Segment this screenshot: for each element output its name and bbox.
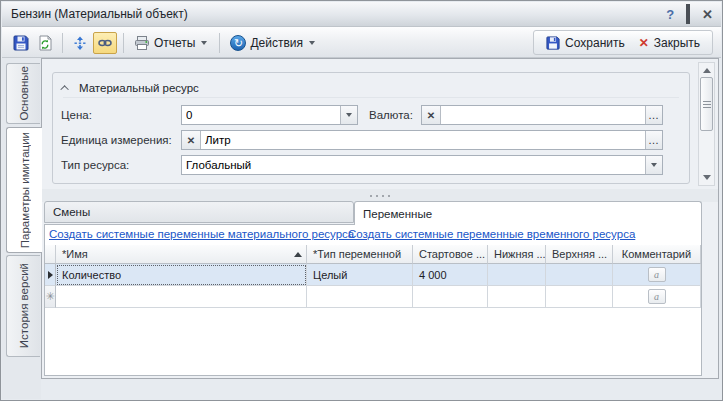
- tab-peremennye-label: Переменные: [363, 208, 432, 220]
- splitter-grip-icon: [370, 195, 390, 197]
- currency-input[interactable]: [441, 106, 645, 124]
- resource-type-label: Тип ресурса:: [61, 155, 129, 175]
- tab-osnovnye[interactable]: Основные: [6, 63, 40, 124]
- split-arrows-icon: [72, 35, 88, 51]
- unit-input[interactable]: [201, 131, 645, 149]
- column-header-type[interactable]: *Тип переменной: [307, 245, 413, 264]
- arrow-down-icon: [703, 175, 711, 180]
- comment-editor-button[interactable]: a: [648, 267, 666, 282]
- cell-comment: a: [613, 264, 701, 286]
- comment-editor-button[interactable]: a: [648, 289, 666, 304]
- toolbar-separator: [62, 33, 63, 53]
- chevron-down-icon: [309, 41, 315, 45]
- column-header-name[interactable]: *Имя: [56, 245, 307, 264]
- currency-field: ✕ …: [421, 105, 663, 125]
- resource-type-dropdown-button[interactable]: [645, 156, 662, 174]
- unit-ellipsis-button[interactable]: …: [645, 131, 662, 149]
- save-button[interactable]: Сохранить: [540, 32, 631, 53]
- save-tool-button[interactable]: [10, 32, 32, 54]
- maximize-icon: [686, 4, 690, 24]
- header-selector-cell: [45, 245, 56, 264]
- scrollbar-thumb[interactable]: [700, 77, 713, 131]
- cell-lower[interactable]: [488, 286, 546, 308]
- collapse-icon: [60, 85, 68, 93]
- cell-type[interactable]: Целый: [307, 264, 413, 286]
- close-button[interactable]: ✕ Закрыть: [633, 32, 706, 53]
- maximize-button[interactable]: [686, 2, 690, 27]
- tab-peremennye[interactable]: Переменные: [354, 201, 702, 225]
- cell-type[interactable]: [307, 286, 413, 308]
- reports-label: Отчеты: [154, 36, 195, 50]
- unit-clear-button[interactable]: ✕: [182, 131, 201, 149]
- row-selector-cell[interactable]: [45, 264, 56, 286]
- refresh-icon: [37, 35, 53, 51]
- cell-upper[interactable]: [546, 264, 613, 286]
- price-dropdown-button[interactable]: [340, 106, 357, 124]
- cell-start[interactable]: 4 000: [413, 264, 488, 286]
- create-material-vars-link[interactable]: Создать системные переменные материально…: [49, 228, 354, 240]
- column-header-comment[interactable]: Комментарий: [613, 245, 701, 264]
- form-scrollbar[interactable]: [698, 62, 715, 186]
- cell-upper[interactable]: [546, 286, 613, 308]
- link-mode-button[interactable]: [93, 32, 117, 54]
- tab-smeny[interactable]: Смены: [44, 201, 354, 223]
- material-resource-group: Материальный ресурс Цена: Валюта: ✕ … Ед…: [52, 72, 690, 184]
- toolbar-right-group: Сохранить ✕ Закрыть: [533, 30, 713, 55]
- variables-grid: *Имя *Тип переменной Стартовое ... Нижня…: [45, 245, 701, 308]
- links-row: Создать системные переменные материально…: [47, 228, 699, 244]
- currency-label: Валюта:: [369, 105, 413, 125]
- close-button-label: Закрыть: [654, 36, 700, 50]
- reports-button[interactable]: Отчеты: [130, 32, 213, 54]
- main-panel: Материальный ресурс Цена: Валюта: ✕ … Ед…: [41, 58, 719, 379]
- sort-ascending-icon: [294, 252, 302, 257]
- price-label: Цена:: [61, 105, 92, 125]
- table-row: Количество Целый 4 000 a: [45, 264, 701, 286]
- actions-icon: ↻: [230, 35, 246, 51]
- price-input[interactable]: [182, 106, 340, 124]
- thumb-grip-icon: [703, 104, 711, 105]
- toolbar-left-group: Отчеты ↻ Действия: [10, 31, 321, 54]
- resource-type-input[interactable]: [182, 156, 645, 174]
- split-view-button[interactable]: [69, 32, 91, 54]
- toolbar-separator: [123, 33, 124, 53]
- cell-name[interactable]: [56, 286, 307, 308]
- toolbar: Отчеты ↻ Действия Сохранить ✕: [2, 27, 721, 58]
- variables-tab-content: Создать системные переменные материально…: [44, 224, 702, 376]
- group-title: Материальный ресурс: [79, 82, 199, 94]
- cell-comment: a: [613, 286, 701, 308]
- close-window-button[interactable]: ✕: [702, 2, 713, 27]
- resource-type-field: [181, 155, 663, 175]
- price-field: [181, 105, 358, 125]
- column-header-lower[interactable]: Нижняя ...: [488, 245, 546, 264]
- save-icon: [13, 35, 29, 51]
- create-temporal-vars-link[interactable]: Создать системные переменные временного …: [348, 228, 635, 240]
- unit-field: ✕ …: [181, 130, 663, 150]
- title-bar: Бензин (Материальный объект) ? ✕: [2, 2, 721, 27]
- arrow-up-icon: [703, 68, 711, 73]
- cell-lower[interactable]: [488, 264, 546, 286]
- chain-link-icon: [97, 35, 113, 51]
- column-header-upper[interactable]: Верхняя ...: [546, 245, 613, 264]
- scroll-up-button[interactable]: [699, 63, 714, 78]
- toolbar-separator: [219, 33, 220, 53]
- tab-istoriya-versiy[interactable]: История версий: [6, 255, 40, 357]
- tab-smeny-label: Смены: [53, 206, 90, 218]
- tab-parametry-imitacii[interactable]: Параметры имитации: [6, 127, 42, 253]
- grid-header-row: *Имя *Тип переменной Стартовое ... Нижня…: [45, 245, 701, 264]
- chevron-down-icon: [651, 163, 657, 167]
- scroll-down-button[interactable]: [699, 170, 714, 185]
- actions-button[interactable]: ↻ Действия: [226, 32, 321, 54]
- refresh-tool-button[interactable]: [34, 32, 56, 54]
- close-x-icon: ✕: [639, 36, 649, 50]
- new-row-selector-cell[interactable]: ✳: [45, 286, 56, 308]
- currency-clear-button[interactable]: ✕: [422, 106, 441, 124]
- cell-start[interactable]: [413, 286, 488, 308]
- column-header-start[interactable]: Стартовое ...: [413, 245, 488, 264]
- cell-name[interactable]: Количество: [56, 264, 307, 286]
- save-button-label: Сохранить: [565, 36, 625, 50]
- currency-ellipsis-button[interactable]: …: [645, 106, 662, 124]
- unit-label: Единица измерения:: [61, 130, 172, 150]
- printer-icon: [134, 35, 150, 51]
- help-button[interactable]: ?: [666, 2, 674, 27]
- group-header[interactable]: Материальный ресурс: [63, 78, 679, 98]
